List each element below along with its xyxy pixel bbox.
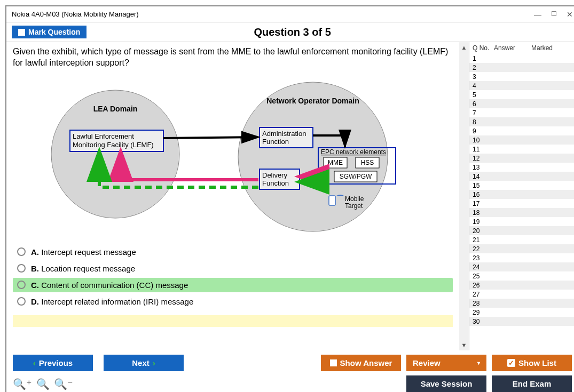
qlist-row[interactable]: 28 bbox=[469, 299, 574, 308]
option-c[interactable]: C. Content of communication (CC) message bbox=[13, 278, 453, 292]
qlist-row[interactable]: 21 bbox=[469, 235, 574, 244]
question-list[interactable]: 1234567891011121314151617181920212223242… bbox=[469, 54, 574, 350]
lemf-label: Lawful Enforcement bbox=[73, 132, 134, 140]
svg-text:Function: Function bbox=[262, 179, 289, 187]
svg-text:Target: Target bbox=[345, 202, 363, 210]
svg-rect-18 bbox=[329, 196, 335, 205]
qlist-row[interactable]: 23 bbox=[469, 253, 574, 262]
app-window: Nokia 4A0-M03 (Nokia Mobility Manager) —… bbox=[5, 5, 574, 392]
qlist-row[interactable]: 19 bbox=[469, 217, 574, 226]
qlist-row[interactable]: 7 bbox=[469, 108, 574, 117]
chevron-down-icon: ▾ bbox=[477, 360, 480, 366]
qlist-row[interactable]: 17 bbox=[469, 199, 574, 208]
bottom-toolbar: ‹ Previous Next › Show Answer Review ▾ ✓… bbox=[6, 350, 574, 392]
question-list-panel: Q No. Answer Marked 12345678910111213141… bbox=[469, 42, 574, 350]
mark-question-button[interactable]: Mark Question bbox=[12, 26, 87, 38]
svg-text:Function: Function bbox=[262, 138, 289, 146]
scroll-up-icon[interactable]: ▲ bbox=[461, 44, 467, 51]
qlist-row[interactable]: 10 bbox=[469, 135, 574, 145]
radio-icon bbox=[17, 297, 26, 306]
option-a[interactable]: A. Intercept request message bbox=[13, 245, 453, 259]
qlist-row[interactable]: 1 bbox=[469, 54, 574, 63]
window-controls: — ☐ ✕ bbox=[534, 10, 573, 19]
show-answer-button[interactable]: Show Answer bbox=[321, 355, 401, 371]
option-b[interactable]: B. Location request message bbox=[13, 261, 453, 276]
radio-icon bbox=[17, 247, 26, 256]
radio-icon bbox=[17, 281, 26, 289]
qlist-row[interactable]: 5 bbox=[469, 90, 574, 99]
zoom-controls: 🔍⁺ 🔍 🔍⁻ bbox=[13, 378, 73, 390]
svg-line-21 bbox=[163, 137, 258, 138]
option-d[interactable]: D. Intercept related information (IRI) m… bbox=[13, 294, 453, 309]
question-text: Given the exhibit, which type of message… bbox=[13, 46, 453, 69]
qlist-header: Q No. Answer Marked bbox=[469, 42, 574, 54]
qlist-row[interactable]: 9 bbox=[469, 126, 574, 135]
chevron-right-icon: › bbox=[153, 358, 155, 367]
qlist-row[interactable]: 26 bbox=[469, 281, 574, 290]
svg-text:Mobile: Mobile bbox=[345, 195, 364, 203]
qlist-row[interactable]: 20 bbox=[469, 226, 574, 235]
qlist-row[interactable]: 4 bbox=[469, 81, 574, 90]
topbar: Mark Question Question 3 of 5 bbox=[6, 22, 574, 42]
zoom-in-icon[interactable]: 🔍⁺ bbox=[13, 378, 32, 390]
col-qno: Q No. bbox=[473, 44, 494, 52]
titlebar: Nokia 4A0-M03 (Nokia Mobility Manager) —… bbox=[6, 6, 574, 22]
qlist-row[interactable]: 14 bbox=[469, 172, 574, 181]
netop-domain-label: Network Operator Domain bbox=[266, 97, 359, 105]
question-counter: Question 3 of 5 bbox=[87, 26, 498, 38]
lea-domain-label: LEA Domain bbox=[93, 105, 138, 113]
qlist-row[interactable]: 30 bbox=[469, 317, 574, 326]
exhibit-diagram: LEA Domain Lawful Enforcement Monitoring… bbox=[46, 74, 420, 234]
answer-options: A. Intercept request message B. Location… bbox=[13, 245, 453, 309]
close-icon[interactable]: ✕ bbox=[567, 10, 573, 19]
qlist-row[interactable]: 12 bbox=[469, 154, 574, 163]
review-button[interactable]: Review ▾ bbox=[406, 355, 486, 371]
checkbox-icon bbox=[18, 29, 25, 36]
col-answer: Answer bbox=[494, 44, 531, 52]
content-scroll-arrows: ▲ ▼ bbox=[459, 42, 469, 350]
col-marked: Marked bbox=[531, 44, 574, 52]
question-content: Given the exhibit, which type of message… bbox=[6, 42, 459, 350]
qlist-row[interactable]: 8 bbox=[469, 117, 574, 126]
qlist-row[interactable]: 3 bbox=[469, 72, 574, 81]
qlist-row[interactable]: 16 bbox=[469, 190, 574, 199]
highlight-bar bbox=[13, 315, 453, 327]
chevron-left-icon: ‹ bbox=[33, 358, 36, 367]
checkbox-icon bbox=[330, 359, 337, 366]
next-button[interactable]: Next › bbox=[104, 355, 184, 371]
svg-text:Delivery: Delivery bbox=[262, 171, 287, 179]
qlist-row[interactable]: 25 bbox=[469, 271, 574, 281]
qlist-row[interactable]: 15 bbox=[469, 181, 574, 190]
qlist-row[interactable]: 29 bbox=[469, 308, 574, 317]
radio-icon bbox=[17, 264, 26, 273]
qlist-row[interactable]: 24 bbox=[469, 262, 574, 271]
svg-text:Administration: Administration bbox=[262, 130, 306, 138]
zoom-icon[interactable]: 🔍 bbox=[36, 378, 50, 390]
maximize-icon[interactable]: ☐ bbox=[551, 10, 557, 19]
end-exam-button[interactable]: End Exam bbox=[492, 375, 572, 392]
window-title: Nokia 4A0-M03 (Nokia Mobility Manager) bbox=[12, 10, 534, 18]
mark-question-label: Mark Question bbox=[28, 28, 80, 36]
check-icon: ✓ bbox=[507, 359, 515, 367]
svg-text:SGW/PGW: SGW/PGW bbox=[340, 173, 372, 180]
svg-text:HSS: HSS bbox=[361, 159, 374, 166]
minimize-icon[interactable]: — bbox=[534, 10, 541, 19]
main-area: Given the exhibit, which type of message… bbox=[6, 42, 574, 350]
show-list-button[interactable]: ✓ Show List bbox=[492, 355, 572, 371]
qlist-row[interactable]: 2 bbox=[469, 63, 574, 72]
previous-button[interactable]: ‹ Previous bbox=[13, 355, 93, 371]
qlist-row[interactable]: 13 bbox=[469, 163, 574, 172]
qlist-row[interactable]: 27 bbox=[469, 290, 574, 299]
qlist-row[interactable]: 11 bbox=[469, 145, 574, 154]
svg-text:Monitoring Facility (LEMF): Monitoring Facility (LEMF) bbox=[73, 141, 154, 149]
zoom-out-icon[interactable]: 🔍⁻ bbox=[54, 378, 73, 390]
svg-text:MME: MME bbox=[328, 159, 343, 166]
scroll-down-icon[interactable]: ▼ bbox=[461, 342, 467, 348]
svg-text:EPC network elements: EPC network elements bbox=[321, 148, 386, 156]
save-session-button[interactable]: Save Session bbox=[406, 375, 486, 392]
qlist-row[interactable]: 18 bbox=[469, 208, 574, 217]
qlist-row[interactable]: 6 bbox=[469, 99, 574, 108]
qlist-row[interactable]: 22 bbox=[469, 244, 574, 253]
